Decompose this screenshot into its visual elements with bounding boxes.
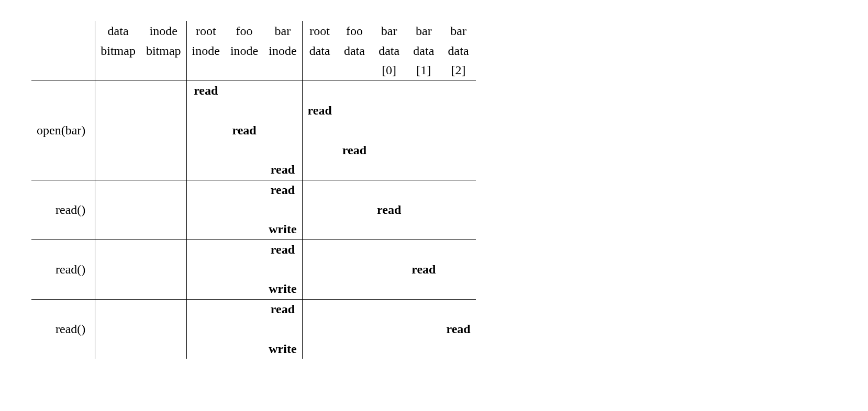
op-read-bar-inode-r1: read (263, 180, 302, 200)
header-empty (31, 21, 95, 41)
row-label-open: open(bar) (31, 81, 95, 180)
op-write-bar-inode-r2: write (263, 279, 302, 299)
open-sub3: read (31, 120, 476, 140)
header-empty-2 (31, 41, 95, 61)
read1-sub3: write (31, 220, 476, 239)
col-bar-data0-h2: data (372, 41, 406, 61)
col-foo-inode-h1: foo (225, 21, 263, 41)
col-c4-h3 (225, 61, 263, 81)
op-read-foo-inode: read (225, 120, 263, 140)
col-c5-h3 (263, 61, 302, 81)
col-root-data-h1: root (302, 21, 337, 41)
col-bar-data1-h2: data (406, 41, 441, 61)
col-c6-h3 (302, 61, 337, 81)
header-row-2: bitmap bitmap inode inode inode data dat… (31, 41, 476, 61)
col-bar-data0-h1: bar (372, 21, 406, 41)
col-c1-h3 (95, 61, 141, 81)
row-label-read2: read() (31, 239, 95, 299)
open-sub1: open(bar) read (31, 81, 476, 100)
op-read-bar-inode-r3: read (263, 299, 302, 319)
col-c2-h3 (141, 61, 186, 81)
read3-sub3: write (31, 339, 476, 359)
op-write-bar-inode-r3: write (263, 339, 302, 359)
col-root-data-h2: data (302, 41, 337, 61)
op-read-bar-inode-open: read (263, 160, 302, 180)
read2-sub2: read (31, 259, 476, 279)
op-read-root-data: read (302, 100, 337, 120)
col-foo-data-h2: data (337, 41, 372, 61)
row-label-read1: read() (31, 180, 95, 239)
col-c7-h3 (337, 61, 372, 81)
read2-sub3: write (31, 279, 476, 299)
op-write-bar-inode-r1: write (263, 220, 302, 239)
col-c3-h3 (186, 61, 225, 81)
read2-sub1: read() read (31, 239, 476, 259)
open-sub4: read (31, 140, 476, 160)
col-c8-h3: [0] (372, 61, 406, 81)
col-foo-data-h1: foo (337, 21, 372, 41)
col-foo-inode-h2: inode (225, 41, 263, 61)
col-bar-data2-h2: data (441, 41, 475, 61)
op-read-bar-inode-r2: read (263, 239, 302, 259)
col-bar-data1-h1: bar (406, 21, 441, 41)
read3-sub2: read (31, 319, 476, 339)
op-read-bar-data1: read (406, 259, 441, 279)
read3-sub1: read() read (31, 299, 476, 319)
read1-sub2: read (31, 200, 476, 220)
op-read-bar-data2: read (441, 319, 475, 339)
col-bar-inode-h2: inode (263, 41, 302, 61)
col-bar-data2-h1: bar (441, 21, 475, 41)
open-sub5: read (31, 160, 476, 180)
header-row-1: data inode root foo bar root foo bar bar… (31, 21, 476, 41)
row-label-read3: read() (31, 299, 95, 359)
col-data-bitmap-h1: data (95, 21, 141, 41)
col-root-inode-h2: inode (186, 41, 225, 61)
col-c9-h3: [1] (406, 61, 441, 81)
op-read-foo-data: read (337, 140, 372, 160)
col-c10-h3: [2] (441, 61, 475, 81)
col-data-bitmap-h2: bitmap (95, 41, 141, 61)
op-read-bar-data0: read (372, 200, 406, 220)
col-inode-bitmap-h2: bitmap (141, 41, 186, 61)
col-root-inode-h1: root (186, 21, 225, 41)
header-empty-3 (31, 61, 95, 81)
filesystem-trace-table: data inode root foo bar root foo bar bar… (31, 21, 476, 359)
read1-sub1: read() read (31, 180, 476, 200)
col-inode-bitmap-h1: inode (141, 21, 186, 41)
op-read-root-inode: read (186, 81, 225, 100)
open-sub2: read (31, 100, 476, 120)
header-row-3: [0] [1] [2] (31, 61, 476, 81)
col-bar-inode-h1: bar (263, 21, 302, 41)
